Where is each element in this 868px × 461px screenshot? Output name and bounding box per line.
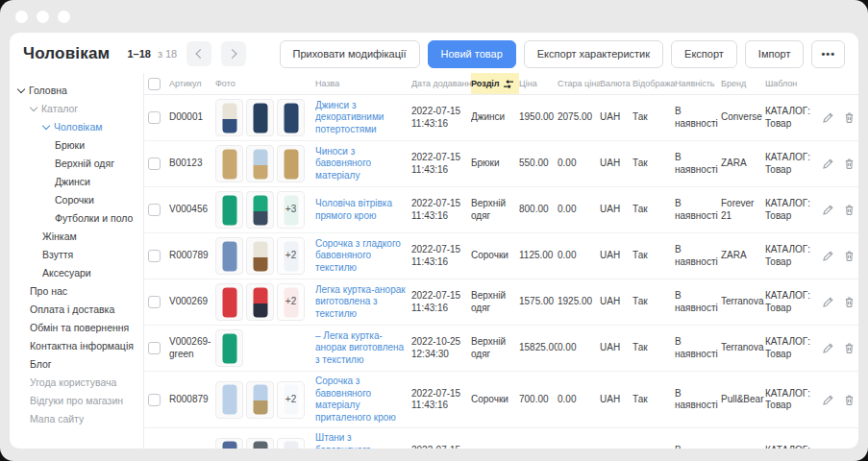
export-button[interactable]: Експорт [671, 40, 737, 68]
brand-cell: Terranova [721, 292, 765, 312]
product-name-link[interactable]: Штани з бавовняного матеріалу прямого кр… [315, 432, 407, 449]
price-cell: 1950.00 [519, 108, 558, 128]
delete-icon[interactable] [843, 250, 856, 262]
edit-icon[interactable] [822, 296, 834, 308]
more-actions-button[interactable]: ••• [811, 40, 845, 68]
row-checkbox[interactable] [148, 342, 161, 354]
product-photo [246, 145, 274, 182]
product-name-link[interactable]: Сорочка з бавовняного матеріалу притален… [315, 376, 407, 424]
column-header[interactable]: Дата додавання [411, 79, 471, 88]
delete-icon[interactable] [843, 158, 856, 170]
delete-icon[interactable] [843, 111, 856, 124]
product-photo [215, 438, 243, 449]
product-photo [246, 237, 274, 275]
column-header[interactable]: Розділ [471, 73, 519, 94]
column-header[interactable]: Фото [215, 79, 315, 88]
template-cell: КАТАЛОГ: Товар [765, 332, 821, 364]
row-checkbox[interactable] [148, 296, 161, 308]
old-price-cell: 2075.00 [558, 108, 600, 128]
row-checkbox[interactable] [148, 158, 161, 170]
sidebar-item[interactable]: Обмін та повернення [10, 318, 143, 336]
delete-icon[interactable] [843, 204, 856, 216]
row-checkbox[interactable] [148, 204, 161, 216]
brand-cell: Converse [721, 108, 765, 128]
sidebar-item[interactable]: Сорочки [10, 190, 143, 208]
product-name-link[interactable]: Джинси з декоративними потертостями [315, 100, 407, 136]
row-checkbox[interactable] [148, 250, 161, 262]
column-header[interactable]: Шаблон [765, 79, 821, 88]
sidebar-item[interactable]: Верхній одяг [10, 154, 143, 172]
section-cell: Брюки [471, 447, 519, 449]
window-dot[interactable] [15, 11, 28, 23]
sidebar-item[interactable]: Каталог [10, 99, 143, 117]
sidebar-item[interactable]: Взуття [10, 245, 143, 263]
sidebar-item[interactable]: Аксесуари [10, 263, 143, 281]
sidebar-item[interactable]: Брюки [10, 135, 143, 154]
column-header[interactable]: Валюта [600, 79, 632, 88]
brand-cell: ZARA [721, 154, 765, 174]
edit-icon[interactable] [822, 342, 834, 354]
price-cell: 1125.00 [519, 246, 558, 266]
sidebar-item[interactable]: Чоловікам [10, 117, 143, 135]
sidebar-item[interactable]: Угода користувача [10, 373, 143, 391]
prev-page-button[interactable] [186, 41, 211, 66]
sidebar-item[interactable]: Контактна інформація [10, 336, 143, 354]
row-checkbox[interactable] [148, 394, 161, 406]
sidebar-item[interactable]: Жінкам [10, 227, 143, 245]
section-cell: Сорочки [471, 246, 519, 266]
chevron-left-icon [196, 49, 206, 59]
sidebar-item-label: Контактна інформація [30, 340, 134, 352]
edit-icon[interactable] [822, 158, 834, 170]
export-characteristics-button[interactable]: Експорт характеристик [524, 40, 663, 68]
section-cell: Джинси [471, 108, 519, 128]
window-dot[interactable] [58, 11, 70, 23]
date-added-cell: 2022-10-2512:34:30 [411, 332, 471, 364]
edit-icon[interactable] [822, 204, 834, 216]
column-header[interactable]: Відображати [632, 79, 675, 88]
column-header[interactable]: Бренд [721, 79, 765, 88]
select-all-checkbox[interactable] [148, 78, 161, 90]
sidebar-item[interactable]: Футболки и поло [10, 208, 143, 227]
price-cell: 1575.00 [519, 292, 558, 312]
sidebar-item-label: Аксесуари [42, 267, 91, 279]
column-header[interactable]: Назва [315, 79, 411, 88]
row-checkbox[interactable] [148, 111, 161, 124]
import-button[interactable]: Імпорт [745, 40, 805, 68]
column-header[interactable]: Артикул [169, 79, 215, 88]
column-header[interactable]: Стара ціна [558, 79, 600, 88]
column-header[interactable]: Наявність [675, 79, 721, 88]
product-name-link[interactable]: – Легка куртка-анорак виготовлена з текс… [315, 330, 407, 367]
product-name-link[interactable]: Чиноси з бавовняного матеріалу [315, 146, 407, 182]
edit-icon[interactable] [822, 250, 834, 262]
sidebar-item[interactable]: Відгуки про магазин [10, 391, 143, 409]
product-photo [246, 283, 274, 321]
products-table: АртикулФотоНазваДата додаванняРозділЦіна… [144, 73, 858, 449]
sidebar-item[interactable]: Головна [10, 81, 143, 99]
display-cell: Так [632, 154, 675, 174]
hide-modifications-button[interactable]: Приховати модифікації [280, 40, 420, 68]
pagination-total: з 18 [158, 48, 177, 60]
product-name-link[interactable]: Сорочка з гладкого бавовняного текстилю [315, 238, 407, 275]
delete-icon[interactable] [843, 296, 856, 308]
table-row: B000321 +2 Штани з бавовняного матеріалу… [144, 428, 858, 449]
product-name-link[interactable]: Чоловіча вітрівка прямого крою [315, 198, 407, 222]
product-photo [277, 145, 305, 182]
sidebar-item[interactable]: Блог [10, 354, 143, 373]
edit-icon[interactable] [822, 394, 834, 406]
next-page-button[interactable] [221, 41, 246, 66]
window-titlebar [0, 0, 868, 33]
delete-icon[interactable] [843, 394, 856, 406]
more-photos-badge: +2 [278, 439, 304, 449]
sidebar-item[interactable]: Про нас [10, 281, 143, 300]
window-dot[interactable] [37, 11, 49, 23]
product-name-link[interactable]: Легка куртка-анорак виготовлена з тексти… [315, 284, 407, 321]
sidebar-item[interactable]: Оплата і доставка [10, 300, 143, 318]
column-header[interactable]: Ціна [519, 79, 558, 88]
more-photos-badge: +3 [278, 192, 304, 228]
edit-icon[interactable] [822, 111, 834, 124]
delete-icon[interactable] [843, 342, 856, 354]
availability-cell: В наявності [675, 332, 721, 364]
sidebar-item[interactable]: Джинси [10, 172, 143, 190]
new-product-button[interactable]: Новий товар [428, 40, 516, 68]
sidebar-item[interactable]: Мапа сайту [10, 409, 143, 427]
